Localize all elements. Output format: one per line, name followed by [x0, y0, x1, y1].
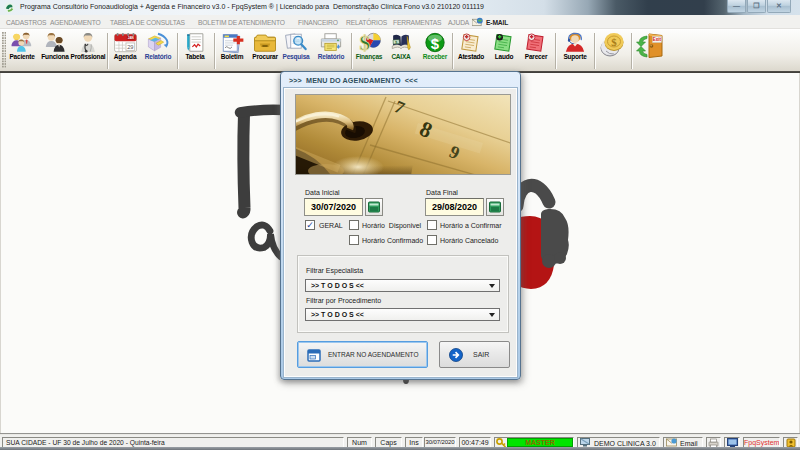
- svg-text:29: 29: [127, 44, 133, 50]
- svg-text:$: $: [359, 32, 370, 53]
- svg-text:$: $: [431, 36, 440, 52]
- svg-text:Exit: Exit: [653, 37, 662, 42]
- svg-text:$: $: [611, 36, 617, 48]
- svg-text:JAN: JAN: [127, 36, 133, 40]
